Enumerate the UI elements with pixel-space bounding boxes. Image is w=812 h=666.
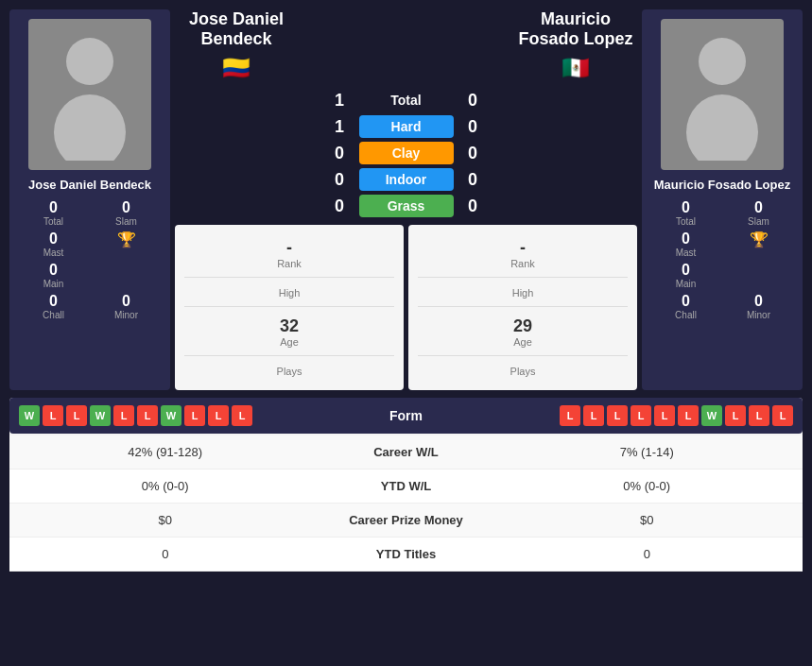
- player2-flag: 🇲🇽: [561, 55, 590, 81]
- player2-trophy-icon: 🏆: [750, 231, 769, 248]
- player2-trophy-cell: 🏆: [724, 231, 793, 258]
- player1-high-label: High: [279, 287, 301, 299]
- player1-rank-label: Rank: [277, 258, 302, 269]
- player2-minor-label: Minor: [747, 310, 770, 320]
- prize-label: Career Prize Money: [312, 513, 501, 527]
- player1-stats-grid: 0 Total 0 Slam 0 Mast 🏆 0 Main: [19, 199, 161, 320]
- player1-mast-value: 0: [49, 231, 58, 248]
- player2-plays-label: Plays: [510, 366, 536, 377]
- player1-card: Jose Daniel Bendeck 0 Total 0 Slam 0 Mas…: [9, 9, 170, 390]
- form-badge-p1: W: [19, 405, 40, 426]
- form-label: Form: [336, 408, 477, 423]
- player1-trophy-cell: 🏆: [92, 231, 161, 258]
- player2-info-box: Mauricio Fosado Lopez 🇲🇽: [514, 9, 637, 81]
- player2-minor-value: 0: [754, 293, 763, 310]
- hard-badge: Hard: [359, 115, 454, 138]
- grass-badge: Grass: [359, 195, 454, 217]
- form-badge-p2: L: [725, 405, 746, 426]
- player1-minor-value: 0: [122, 293, 130, 310]
- player2-career-wl: 7% (1-14): [501, 445, 794, 459]
- player1-high-cell: High: [184, 280, 394, 307]
- stats-panels: - Rank High 32 Age Plays: [175, 225, 637, 390]
- bottom-section: WLLWLLWLLL Form LLLLLLWLLL 42% (91-128) …: [9, 398, 803, 572]
- player2-chall-cell: 0 Chall: [651, 293, 720, 320]
- player2-plays-cell: Plays: [418, 358, 628, 384]
- player1-career-wl: 42% (91-128): [19, 445, 312, 459]
- player2-slam-cell: 0 Slam: [724, 199, 793, 227]
- player1-total-cell: 0 Total: [19, 199, 88, 227]
- player2-prize: $0: [501, 513, 794, 527]
- player1-center-name: Jose Daniel Bendeck: [175, 9, 298, 49]
- player2-total-value: 0: [682, 199, 690, 216]
- svg-point-0: [66, 38, 113, 85]
- clay-score-row: 0 Clay 0: [175, 142, 637, 164]
- player1-main-cell: 0 Main: [19, 262, 88, 289]
- main-container: Jose Daniel Bendeck 0 Total 0 Slam 0 Mas…: [0, 0, 812, 581]
- player2-stats-panel: - Rank High 29 Age Plays: [408, 225, 637, 390]
- player2-slam-label: Slam: [748, 216, 769, 227]
- player2-age-value: 29: [513, 316, 532, 336]
- player1-plays-cell: Plays: [184, 358, 394, 384]
- player1-name: Jose Daniel Bendeck: [28, 178, 151, 192]
- form-badge-p2: L: [749, 405, 769, 426]
- player1-avatar: [28, 19, 151, 170]
- player1-form-badges: WLLWLLWLLL: [19, 405, 336, 426]
- player2-main-cell: 0 Main: [651, 262, 720, 289]
- player2-total-cell: 0 Total: [651, 199, 720, 227]
- grass-score-row: 0 Grass 0: [175, 195, 637, 217]
- hard-right-score: 0: [461, 117, 485, 137]
- clay-left-score: 0: [328, 144, 352, 163]
- form-badge-p1: L: [66, 405, 87, 426]
- player2-card: Mauricio Fosado Lopez 0 Total 0 Slam 0 M…: [642, 9, 803, 390]
- player2-name: Mauricio Fosado Lopez: [654, 178, 790, 192]
- indoor-right-score: 0: [461, 170, 485, 190]
- form-badge-p1: L: [43, 405, 63, 426]
- player1-slam-label: Slam: [115, 216, 137, 227]
- career-wl-row: 42% (91-128) Career W/L 7% (1-14): [9, 435, 803, 470]
- form-badge-p2: L: [654, 405, 675, 426]
- player1-total-label: Total: [43, 216, 63, 227]
- player1-mast-label: Mast: [43, 248, 64, 258]
- player2-rank-value: -: [520, 238, 526, 258]
- player2-titles: 0: [501, 547, 794, 561]
- player1-minor-label: Minor: [114, 310, 138, 320]
- player2-chall-label: Chall: [675, 310, 697, 320]
- player2-age-label: Age: [513, 336, 532, 348]
- form-badge-p1: W: [90, 405, 111, 426]
- player2-slam-value: 0: [754, 199, 763, 216]
- player2-minor-cell: 0 Minor: [724, 293, 793, 320]
- player1-trophy-icon: 🏆: [117, 231, 136, 248]
- form-badge-p2: L: [607, 405, 628, 426]
- player2-high-cell: High: [418, 280, 628, 307]
- player1-flag: 🇨🇴: [222, 55, 251, 81]
- player2-ytd-wl: 0% (0-0): [501, 479, 794, 493]
- player1-prize: $0: [19, 513, 312, 527]
- form-badge-p1: L: [113, 405, 134, 426]
- player1-chall-value: 0: [49, 293, 58, 310]
- player1-slam-value: 0: [122, 199, 130, 216]
- indoor-left-score: 0: [328, 170, 352, 190]
- player1-plays-label: Plays: [277, 366, 302, 377]
- form-badge-p1: L: [184, 405, 205, 426]
- form-badge-p1: W: [161, 405, 181, 426]
- titles-label: YTD Titles: [312, 547, 501, 561]
- clay-right-score: 0: [461, 144, 485, 163]
- player1-age-value: 32: [280, 316, 299, 336]
- player1-age-cell: 32 Age: [184, 309, 394, 356]
- player1-slam-cell: 0 Slam: [92, 199, 161, 227]
- total-badge: Total: [359, 89, 454, 111]
- player1-total-value: 0: [49, 199, 58, 216]
- form-badge-p2: L: [772, 405, 793, 426]
- player1-chall-cell: 0 Chall: [19, 293, 88, 320]
- player2-form-badges: LLLLLLWLLL: [477, 405, 794, 426]
- form-badge-p1: L: [137, 405, 158, 426]
- indoor-badge: Indoor: [359, 168, 454, 191]
- player2-mast-cell: 0 Mast: [651, 231, 720, 258]
- player2-total-label: Total: [676, 216, 696, 227]
- form-row: WLLWLLWLLL Form LLLLLLWLLL: [9, 398, 803, 434]
- form-badge-p2: W: [701, 405, 722, 426]
- form-badge-p1: L: [232, 405, 252, 426]
- titles-row: 0 YTD Titles 0: [9, 538, 803, 572]
- top-section: Jose Daniel Bendeck 0 Total 0 Slam 0 Mas…: [9, 9, 803, 390]
- player2-age-cell: 29 Age: [418, 309, 628, 356]
